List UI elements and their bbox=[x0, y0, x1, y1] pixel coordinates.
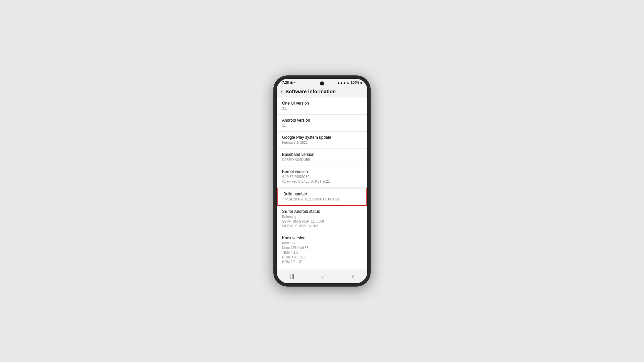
camera-notch bbox=[320, 81, 324, 85]
info-value-0: 3.1 bbox=[282, 106, 362, 111]
info-label-5: Build number bbox=[283, 192, 361, 196]
info-item-0: One UI version3.1 bbox=[277, 98, 367, 115]
info-label-1: Android version bbox=[282, 118, 362, 123]
info-label-3: Baseband version bbox=[282, 152, 362, 157]
info-value-5: RP1A.200720.012.G985FXXU6DUB5 bbox=[283, 197, 361, 202]
phone-frame: 7:26 ▣ ▪ ▲▲▲ ⊙ 100% ▮ ‹ Software informa… bbox=[273, 75, 371, 287]
wifi-icon: ⊙ bbox=[347, 81, 350, 84]
sim-icon: ▣ bbox=[290, 81, 293, 84]
battery-display: 100% bbox=[351, 81, 359, 84]
info-label-0: One UI version bbox=[282, 101, 362, 106]
scroll-content[interactable]: One UI version3.1Android version11Google… bbox=[277, 98, 367, 269]
info-item-4: Kernel version4.19.87-20939239 #1 Fri Fe… bbox=[277, 166, 367, 188]
back-button[interactable]: ‹ bbox=[281, 88, 283, 95]
status-right: ▲▲▲ ⊙ 100% ▮ bbox=[337, 81, 362, 84]
recents-button[interactable]: ||| bbox=[290, 273, 294, 279]
info-value-3: G985FXXU6DUB5 bbox=[282, 158, 362, 162]
info-item-5[interactable]: Build numberRP1A.200720.012.G985FXXU6DUB… bbox=[277, 188, 367, 206]
info-value-4: 4.19.87-20939239 #1 Fri Feb 5 17:58:30 K… bbox=[282, 175, 362, 184]
signal-icon: ▲▲▲ bbox=[337, 81, 346, 84]
info-item-2: Google Play system updateFebruary 1, 202… bbox=[277, 132, 367, 149]
bottom-nav: ||| ○ ‹ bbox=[277, 269, 367, 283]
phone-screen: 7:26 ▣ ▪ ▲▲▲ ⊙ 100% ▮ ‹ Software informa… bbox=[277, 79, 367, 283]
info-value-1: 11 bbox=[282, 123, 362, 128]
info-label-2: Google Play system update bbox=[282, 135, 362, 140]
info-label-6: SE for Android status bbox=[282, 209, 362, 214]
info-item-7: Knox versionKnox 3.7 Knox API level 33 T… bbox=[277, 232, 367, 268]
battery-icon: ▮ bbox=[360, 81, 362, 84]
top-bar: ‹ Software information bbox=[277, 86, 367, 98]
media-icon: ▪ bbox=[294, 81, 295, 84]
info-value-2: February 1, 2021 bbox=[282, 140, 362, 145]
info-item-1: Android version11 bbox=[277, 115, 367, 132]
page-title: Software information bbox=[285, 88, 336, 94]
info-item-6: SE for Android statusEnforcing SEPF_SM-G… bbox=[277, 206, 367, 232]
info-label-7: Knox version bbox=[282, 236, 362, 240]
items-list: One UI version3.1Android version11Google… bbox=[277, 98, 367, 269]
info-label-4: Kernel version bbox=[282, 169, 362, 174]
info-value-7: Knox 3.7 Knox API level 33 TIMA 4.1.0 Du… bbox=[282, 241, 362, 264]
status-left: 7:26 ▣ ▪ bbox=[282, 81, 295, 84]
time-display: 7:26 bbox=[282, 81, 289, 84]
info-item-3: Baseband versionG985FXXU6DUB5 bbox=[277, 149, 367, 166]
home-button[interactable]: ○ bbox=[321, 273, 325, 280]
back-nav-button[interactable]: ‹ bbox=[352, 272, 354, 280]
info-value-6: Enforcing SEPF_SM-G985F_11_0008 Fri Feb … bbox=[282, 215, 362, 229]
